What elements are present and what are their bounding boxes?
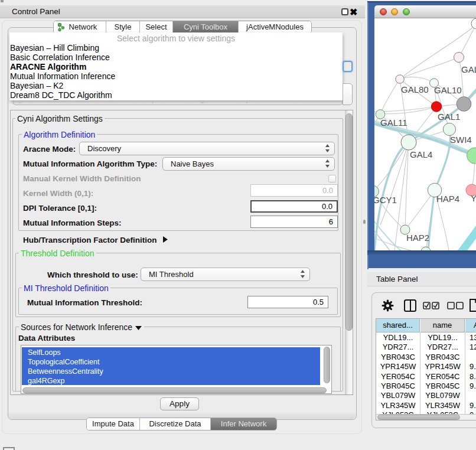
- svg-text:GCY1: GCY1: [374, 195, 397, 205]
- svg-text:GAL4: GAL4: [410, 149, 432, 159]
- svg-text:Y: Y: [471, 193, 476, 203]
- svg-text:GAL1: GAL1: [438, 112, 460, 122]
- svg-text:GAL: GAL: [461, 64, 476, 74]
- svg-text:GAL10: GAL10: [434, 85, 462, 95]
- svg-text:GAL11: GAL11: [380, 118, 407, 128]
- svg-text:HAP2: HAP2: [406, 233, 429, 243]
- svg-text:HAP4: HAP4: [436, 194, 459, 204]
- svg-text:SWI4: SWI4: [450, 135, 472, 145]
- svg-text:GAL80: GAL80: [401, 84, 429, 94]
